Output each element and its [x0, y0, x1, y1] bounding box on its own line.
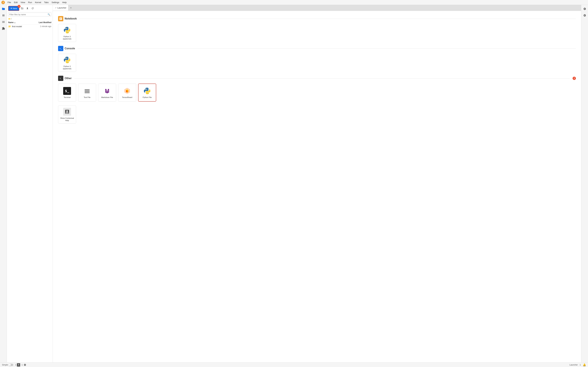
notebook-section-icon: [58, 16, 63, 21]
notebook-cards: Python 3(ipykernel): [58, 24, 576, 42]
plus-icon: +: [10, 7, 12, 10]
tab-launcher-icon: ↗: [55, 7, 56, 9]
notebook-section-title: Notebook: [65, 17, 77, 20]
text-file-card[interactable]: Text File: [78, 83, 96, 101]
search-input-wrap[interactable]: 🔍: [8, 13, 51, 17]
terminal-settings-icon[interactable]: [23, 363, 26, 367]
svg-text:J: J: [3, 1, 4, 4]
svg-point-7: [66, 28, 67, 28]
toggle-track[interactable]: [9, 364, 13, 366]
python3-notebook-label: Python 3(ipykernel): [63, 35, 71, 40]
file-panel: + New 1 🔍 📁 /: [7, 5, 53, 362]
svg-point-10: [68, 62, 68, 62]
menu-kernel[interactable]: Kernel: [34, 1, 43, 4]
folder-icon: 📁: [8, 18, 11, 20]
console-section-header: >_ Console: [58, 46, 576, 51]
python3-notebook-card[interactable]: Python 3(ipykernel): [58, 24, 76, 42]
col-name-label: Name: [8, 21, 14, 24]
kernel-count: 1: [15, 364, 17, 366]
menu-settings[interactable]: Settings: [50, 1, 61, 4]
running-sidebar-btn[interactable]: [1, 13, 6, 18]
file-modified-label: 1 minute ago: [33, 25, 51, 27]
status-right: Launcher 1 🔔: [570, 363, 586, 366]
svg-rect-4: [2, 21, 5, 21]
python3-notebook-icon: [63, 26, 71, 34]
commands-sidebar-btn[interactable]: [1, 19, 6, 25]
terminal-icon: $_: [63, 87, 71, 95]
menu-view[interactable]: View: [19, 1, 26, 4]
new-folder-btn[interactable]: [20, 6, 25, 11]
console-section-icon: >_: [58, 46, 63, 51]
tensorboard-icon: [123, 87, 131, 95]
markdown-file-icon: M: [103, 87, 111, 95]
launcher-tab[interactable]: ↗ Launcher: [53, 5, 69, 11]
active-tab-count: 1: [580, 364, 581, 366]
menu-run[interactable]: Run: [27, 1, 33, 4]
tensorboard-card[interactable]: TensorBoard: [118, 83, 136, 101]
settings-bottom-btn[interactable]: [582, 13, 587, 18]
menu-edit[interactable]: Edit: [13, 1, 19, 4]
notifications-bell-icon[interactable]: 🔔: [583, 363, 586, 366]
svg-point-8: [68, 32, 68, 33]
svg-point-9: [66, 58, 67, 58]
file-panel-toolbar: + New 1: [7, 5, 53, 12]
console-section-title: Console: [65, 47, 75, 50]
text-file-label: Text File: [84, 96, 91, 99]
settings-top-btn[interactable]: [582, 6, 587, 11]
notebook-divider: [79, 19, 576, 19]
refresh-btn[interactable]: [30, 6, 35, 11]
upload-btn[interactable]: [25, 6, 30, 11]
active-tab-name: Launcher: [570, 364, 578, 366]
python-file-card[interactable]: Python File: [138, 83, 156, 101]
search-icon: 🔍: [48, 13, 50, 16]
menu-file[interactable]: File: [6, 1, 12, 4]
folder-row-icon: 📁: [8, 25, 11, 28]
extensions-sidebar-btn[interactable]: [1, 26, 6, 31]
python3-console-label: Python 3(ipykernel): [63, 65, 71, 70]
file-row[interactable]: 📁 first-model 1 minute ago: [7, 25, 53, 28]
markdown-file-card[interactable]: M Markdown File: [98, 83, 116, 101]
simple-toggle[interactable]: Simple: [2, 364, 13, 366]
new-tab-button[interactable]: +: [69, 5, 73, 11]
tensorboard-label: TensorBoard: [122, 96, 132, 99]
svg-rect-6: [2, 22, 5, 23]
breadcrumb-path: /: [11, 18, 11, 20]
svg-point-13: [146, 89, 147, 89]
console-cards: Python 3(ipykernel): [58, 54, 576, 72]
svg-rect-2: [3, 14, 3, 17]
menu-tabs[interactable]: Tabs: [43, 1, 50, 4]
col-modified-header[interactable]: Last Modified: [33, 21, 51, 24]
other-cards: $_ Terminal Text File: [58, 83, 576, 101]
search-input[interactable]: [9, 13, 48, 16]
file-name-label: first-model: [12, 25, 33, 28]
svg-rect-5: [2, 22, 5, 22]
kernel-icon[interactable]: S: [17, 363, 20, 367]
other-section-title: Other: [65, 77, 72, 80]
files-sidebar-btn[interactable]: [1, 6, 6, 11]
python-file-label: Python File: [143, 96, 152, 99]
sort-arrow-icon: ▲: [14, 22, 16, 24]
contextual-help-label: Show Contextual Help: [60, 117, 75, 122]
col-name-header[interactable]: Name ▲: [8, 21, 33, 24]
contextual-help-icon: [63, 108, 71, 116]
contextual-help-card[interactable]: Show Contextual Help: [58, 106, 76, 124]
python3-console-card[interactable]: Python 3(ipykernel): [58, 54, 76, 72]
toggle-thumb: [9, 364, 11, 366]
tab-launcher-label: Launcher: [57, 7, 66, 9]
text-file-icon: [83, 87, 91, 95]
left-icon-bar: [0, 5, 7, 362]
content-area: ↗ Launcher + Notebook: [53, 5, 581, 362]
other-cards-row2: Show Contextual Help: [58, 106, 576, 124]
other-section-header: $_ Other 2: [58, 76, 576, 81]
markdown-file-label: Markdown File: [101, 96, 113, 99]
terminal-count: 1: [21, 364, 23, 366]
annotation-badge-2: 2: [573, 77, 576, 80]
right-settings-bar: [581, 5, 588, 362]
menu-help[interactable]: Help: [61, 1, 68, 4]
python3-console-icon: [63, 56, 71, 64]
breadcrumb: 📁 /: [7, 17, 53, 21]
terminal-card[interactable]: $_ Terminal: [58, 83, 76, 101]
file-table-header: Name ▲ Last Modified: [7, 21, 53, 25]
search-bar: 🔍: [7, 12, 53, 17]
new-button-group: + New 1: [8, 6, 19, 11]
